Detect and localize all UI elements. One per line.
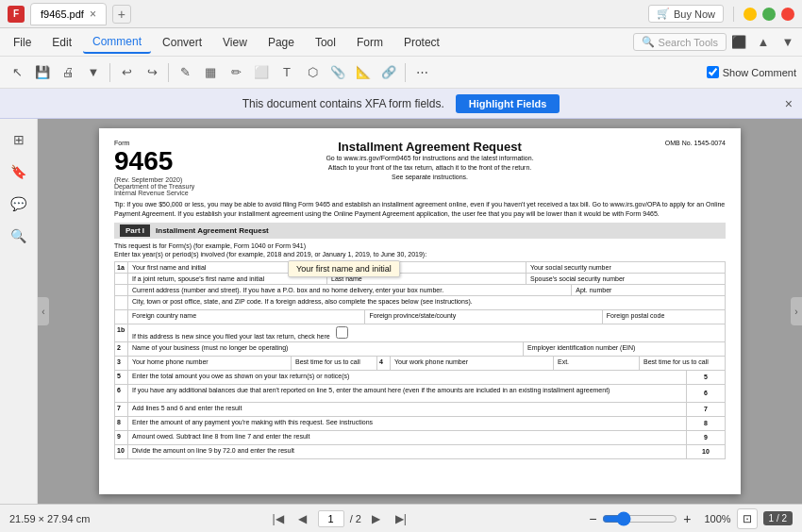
menu-right-icons: ⬛ ▲ ▼: [728, 32, 798, 53]
minimize-button[interactable]: [744, 8, 757, 21]
toolbar-undo-icon[interactable]: ↩: [115, 61, 138, 84]
row-1a-ssn-cell: Your social security number: [526, 262, 725, 273]
panel-comment-icon[interactable]: 💬: [6, 191, 32, 217]
row-1b: 1b If this address is new since you file…: [114, 324, 726, 341]
row-apt-cell: Apt. number: [572, 285, 725, 295]
toolbar-redo-icon[interactable]: ↪: [141, 61, 163, 84]
row-province-cell: Foreign province/state/county: [365, 310, 602, 324]
menu-form[interactable]: Form: [347, 32, 393, 53]
new-tab-button[interactable]: +: [112, 5, 131, 24]
menu-view[interactable]: View: [213, 32, 257, 53]
row-4-work-label: Your work phone number: [394, 358, 549, 365]
row-8-result: 8: [687, 417, 725, 430]
nav-first-button[interactable]: |◀: [269, 509, 288, 528]
row-5-cell: Enter the total amount you owe as shown …: [128, 371, 687, 384]
row-7-result: 7: [687, 403, 725, 416]
menu-convert[interactable]: Convert: [153, 32, 211, 53]
row-1b-checkbox[interactable]: [336, 326, 348, 339]
tab-close-icon[interactable]: ×: [90, 8, 96, 21]
close-button[interactable]: [781, 8, 794, 21]
zoom-minus-icon[interactable]: −: [589, 511, 596, 526]
row-3-best-label: Best time for us to call: [295, 358, 373, 365]
menu-protect[interactable]: Protect: [394, 32, 449, 53]
buy-now-button[interactable]: 🛒 Buy Now: [648, 5, 724, 23]
up-icon[interactable]: ▲: [753, 32, 774, 53]
scroll-right-handle[interactable]: ›: [791, 297, 802, 325]
row-5-result: 5: [687, 371, 725, 384]
row-1a-num: 1a: [115, 262, 128, 273]
panel-search-icon[interactable]: 🔍: [6, 223, 32, 249]
form-instructions-3: See separate instructions.: [202, 173, 658, 182]
page-number-input[interactable]: 1: [318, 510, 344, 527]
panel-bookmark-icon[interactable]: 🔖: [6, 158, 32, 185]
row-1b-num: 1b: [115, 324, 128, 341]
part-i-title: Installment Agreement Request: [156, 226, 269, 235]
menu-edit[interactable]: Edit: [42, 32, 81, 53]
toolbar-cursor-icon[interactable]: ↖: [6, 61, 28, 84]
search-tools-box[interactable]: 🔍 Search Tools: [633, 33, 727, 51]
highlight-fields-button[interactable]: Highlight Fields: [456, 94, 560, 113]
row-joint-spacer: [115, 274, 128, 284]
title-bar-right: 🛒 Buy Now: [648, 5, 794, 23]
zoom-slider[interactable]: [602, 511, 677, 526]
row-joint-ssn-label: Spouse's social security number: [530, 275, 721, 282]
zoom-percent-label: 100%: [697, 513, 731, 524]
toolbar-comment-icon[interactable]: ✎: [174, 61, 196, 84]
file-tab[interactable]: f9465.pdf ×: [30, 3, 107, 25]
toolbar-highlight-icon[interactable]: ▦: [199, 61, 222, 84]
toolbar-link-icon[interactable]: 🔗: [377, 61, 400, 84]
toolbar-print-icon[interactable]: 🖨: [57, 61, 79, 84]
left-panel: ⊞ 🔖 💬 🔍: [0, 119, 38, 504]
row-5: 5 Enter the total amount you owe as show…: [114, 370, 726, 384]
xfa-banner: This document contains XFA form fields. …: [0, 89, 802, 119]
row-6-text: If you have any additional balances due …: [132, 387, 682, 393]
toolbar-dropdown-icon[interactable]: ▼: [82, 61, 105, 84]
row-8-num: 8: [115, 417, 128, 430]
form-title: Installment Agreement Request: [202, 140, 658, 154]
down-icon[interactable]: ▼: [777, 32, 798, 53]
row-2-text: Name of your business (must no longer be…: [132, 344, 519, 351]
toolbar-more-icon[interactable]: ⋯: [410, 61, 433, 84]
pdf-container[interactable]: Form 9465 (Rev. September 2020) Departme…: [38, 119, 802, 504]
menu-tool[interactable]: Tool: [306, 32, 345, 53]
toolbar-measure-icon[interactable]: 📐: [352, 61, 375, 84]
nav-last-button[interactable]: ▶|: [392, 509, 410, 528]
restore-button[interactable]: [762, 8, 776, 21]
row-6: 6 If you have any additional balances du…: [114, 384, 726, 402]
row-province-label: Foreign province/state/county: [369, 312, 597, 319]
row-3-home-label: Your home phone number: [132, 358, 287, 365]
main-area: ⊞ 🔖 💬 🔍 ‹ › Form 9465 (Rev. September 20…: [0, 119, 802, 504]
pdf-page: Form 9465 (Rev. September 2020) Departme…: [99, 128, 741, 494]
row-4-best-label: Best time for us to call: [643, 358, 721, 365]
toolbar-shape-icon[interactable]: ⬜: [250, 61, 273, 84]
row-7-cell: Add lines 5 and 6 and enter the result: [128, 403, 687, 416]
nav-next-button[interactable]: ▶: [367, 509, 386, 528]
tab-filename: f9465.pdf: [41, 8, 84, 20]
row-6-num: 6: [115, 385, 128, 402]
form-tip: Tip: If you owe $50,000 or less, you may…: [114, 200, 726, 219]
scroll-left-handle[interactable]: ‹: [38, 297, 49, 325]
menu-page[interactable]: Page: [259, 32, 304, 53]
toolbar-text-icon[interactable]: T: [276, 61, 298, 84]
zoom-plus-icon[interactable]: +: [683, 511, 691, 526]
form-irs: Internal Revenue Service: [114, 190, 194, 196]
toolbar-attach-icon[interactable]: 📎: [326, 61, 349, 84]
row-country-label: Foreign country name: [132, 312, 360, 319]
panel-pages-icon[interactable]: ⊞: [6, 126, 32, 153]
toolbar-draw-icon[interactable]: ✏: [225, 61, 247, 84]
menu-file[interactable]: File: [4, 32, 41, 53]
cart-icon: 🛒: [657, 8, 670, 20]
row-4-num: 4: [377, 357, 391, 370]
toolbar-save-icon[interactable]: 💾: [31, 61, 54, 84]
fit-page-button[interactable]: ⊡: [737, 508, 758, 529]
share-icon[interactable]: ⬛: [728, 32, 749, 53]
row-2: 2 Name of your business (must no longer …: [114, 341, 726, 356]
row-2-cell: Name of your business (must no longer be…: [128, 342, 524, 356]
xfa-close-icon[interactable]: ×: [785, 96, 793, 111]
nav-prev-button[interactable]: ◀: [293, 509, 312, 528]
row-10-cell: Divide the amount on line 9 by 72.0 and …: [128, 445, 687, 458]
toolbar-stamp-icon[interactable]: ⬡: [301, 61, 324, 84]
page-total-label: / 2: [350, 513, 361, 524]
menu-comment[interactable]: Comment: [83, 31, 151, 54]
show-comment-checkbox[interactable]: [707, 66, 719, 78]
